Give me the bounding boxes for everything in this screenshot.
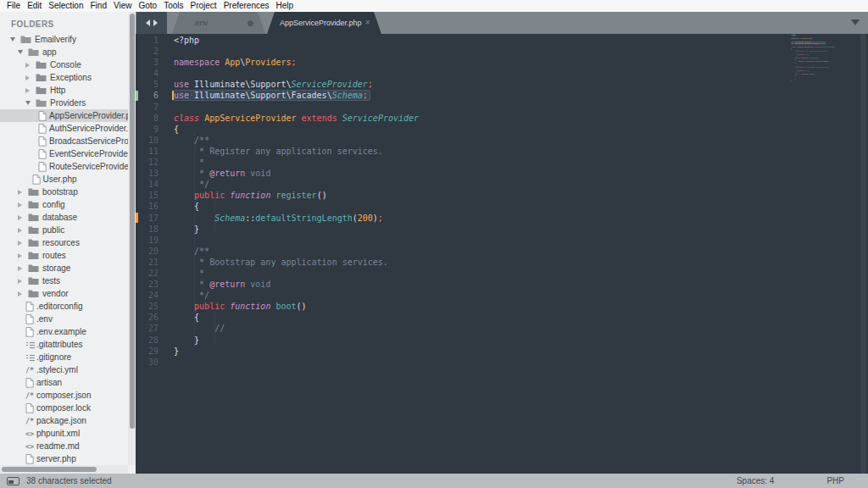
- expand-arrow-icon[interactable]: [18, 291, 22, 297]
- code-line[interactable]: 12 *: [136, 157, 868, 168]
- tree-folder-bootstrap[interactable]: bootstrap: [0, 186, 136, 198]
- expand-arrow-icon[interactable]: [18, 228, 22, 233]
- expand-arrow-icon[interactable]: [18, 279, 22, 284]
- minimap[interactable]: <?phpnamespace App\Providers;use Illumin…: [788, 35, 868, 103]
- tree-folder-exceptions[interactable]: Exceptions: [0, 71, 136, 84]
- line-number[interactable]: 6: [136, 90, 159, 101]
- line-number[interactable]: 10: [136, 135, 159, 146]
- expand-arrow-icon[interactable]: [25, 75, 30, 80]
- line-number[interactable]: 24: [136, 290, 159, 301]
- line-number[interactable]: 30: [136, 357, 159, 368]
- collapse-arrow-icon[interactable]: [25, 101, 31, 105]
- tree-file-authserviceprovider-php[interactable]: AuthServiceProvider.php: [0, 122, 136, 135]
- line-number[interactable]: 14: [136, 179, 159, 190]
- code-line[interactable]: 21 * Bootstrap any application services.: [136, 257, 868, 268]
- code-line[interactable]: 9{: [136, 124, 868, 135]
- indent-setting[interactable]: Spaces: 4: [737, 476, 774, 485]
- code-line[interactable]: 6use·Illuminate\Support\Facades\Schema;: [136, 90, 868, 101]
- line-number[interactable]: 1: [136, 35, 159, 46]
- expand-arrow-icon[interactable]: [18, 241, 22, 246]
- line-number[interactable]: 2: [136, 46, 159, 57]
- line-number[interactable]: 16: [136, 201, 159, 212]
- sidebar-vertical-scrollbar[interactable]: [128, 12, 136, 465]
- tree-file-appserviceprovider-php[interactable]: AppServiceProvider.php: [0, 109, 136, 122]
- code-line[interactable]: 8class AppServiceProvider extends Servic…: [136, 113, 868, 124]
- tree-file-broadcastserviceprovider-php[interactable]: BroadcastServiceProvider.php: [0, 135, 136, 147]
- menu-item-find[interactable]: Find: [87, 0, 110, 12]
- sidebar-horizontal-scrollbar[interactable]: [0, 465, 128, 474]
- line-number[interactable]: 15: [136, 190, 159, 201]
- line-number[interactable]: 7: [136, 102, 159, 113]
- code-line[interactable]: 15 public function register(): [136, 190, 868, 201]
- line-number[interactable]: 18: [136, 224, 159, 235]
- line-number[interactable]: 27: [136, 323, 159, 334]
- tree-folder-vendor[interactable]: vendor: [0, 287, 136, 300]
- tree-folder-resources[interactable]: resources: [0, 236, 136, 249]
- menu-item-preferences[interactable]: Preferences: [220, 0, 273, 12]
- tab-appserviceprovider[interactable]: AppServiceProvider.php ×: [267, 12, 381, 34]
- tree-file-readme-md[interactable]: <>readme.md: [0, 440, 136, 452]
- code-line[interactable]: 28 }: [136, 335, 868, 346]
- tab-env[interactable]: .env: [172, 12, 265, 34]
- code-line[interactable]: 30: [136, 357, 868, 368]
- code-line[interactable]: 29}: [136, 346, 868, 357]
- tree-file-user-php[interactable]: User.php: [0, 173, 136, 186]
- tree-file-routeserviceprovider-php[interactable]: RouteServiceProvider.php: [0, 160, 136, 173]
- tree-folder-providers[interactable]: Providers: [0, 97, 136, 109]
- line-number[interactable]: 5: [136, 79, 159, 90]
- menu-item-file[interactable]: File: [0, 0, 24, 12]
- panel-toggle-icon[interactable]: [7, 477, 19, 485]
- close-tab-icon[interactable]: ×: [365, 17, 370, 27]
- tree-folder-tests[interactable]: tests: [0, 274, 136, 287]
- code-line[interactable]: 1<?php: [136, 35, 868, 46]
- code-line[interactable]: 16 {: [136, 201, 868, 212]
- menu-item-tools[interactable]: Tools: [160, 0, 186, 12]
- tree-folder-http[interactable]: Http: [0, 84, 136, 97]
- line-number[interactable]: 26: [136, 312, 159, 323]
- tree-folder-console[interactable]: Console: [0, 58, 136, 71]
- expand-arrow-icon[interactable]: [25, 63, 30, 68]
- code-line[interactable]: 20 /**: [136, 246, 868, 257]
- menu-item-selection[interactable]: Selection: [45, 0, 86, 12]
- line-number[interactable]: 20: [136, 246, 159, 257]
- menu-item-goto[interactable]: Goto: [135, 0, 160, 12]
- editor-vertical-scrollbar[interactable]: [860, 34, 866, 474]
- code-line[interactable]: 13 * @return void: [136, 168, 868, 179]
- tree-folder-emailverify[interactable]: Emailverify: [0, 33, 136, 46]
- collapse-arrow-icon[interactable]: [18, 50, 23, 54]
- line-number[interactable]: 28: [136, 335, 159, 346]
- line-number[interactable]: 13: [136, 168, 159, 179]
- menu-item-edit[interactable]: Edit: [24, 0, 45, 12]
- code-line[interactable]: 4: [136, 68, 868, 79]
- line-number[interactable]: 23: [136, 279, 159, 290]
- expand-arrow-icon[interactable]: [18, 215, 22, 220]
- expand-arrow-icon[interactable]: [18, 202, 22, 208]
- code-line[interactable]: 24 */: [136, 290, 868, 301]
- tree-file--gitattributes[interactable]: .gitattributes: [0, 338, 136, 351]
- line-number[interactable]: 21: [136, 257, 159, 268]
- code-line[interactable]: 22 *: [136, 268, 868, 279]
- tree-folder-routes[interactable]: routes: [0, 249, 136, 262]
- tree-folder-app[interactable]: app: [0, 46, 136, 58]
- tab-list-dropdown-icon[interactable]: [851, 19, 860, 25]
- editor[interactable]: 1<?php23namespace App\Providers;45use Il…: [136, 34, 868, 474]
- code-line[interactable]: 2: [136, 46, 868, 57]
- tree-file--styleci-yml[interactable]: /*.styleci.yml: [0, 363, 136, 376]
- code-line[interactable]: 23 * @return void: [136, 279, 868, 290]
- line-number[interactable]: 12: [136, 157, 159, 168]
- syntax-setting[interactable]: PHP: [826, 476, 844, 485]
- line-number[interactable]: 8: [136, 113, 159, 124]
- line-number[interactable]: 4: [136, 68, 159, 79]
- tree-file-eventserviceprovider-php[interactable]: EventServiceProvider.php: [0, 147, 136, 160]
- tree-file-composer-json[interactable]: /*composer.json: [0, 389, 136, 402]
- tree-file-phpunit-xml[interactable]: <>phpunit.xml: [0, 427, 136, 440]
- tree-file-server-php[interactable]: server.php: [0, 452, 136, 465]
- tree-folder-database[interactable]: database: [0, 211, 136, 224]
- tree-file-package-json[interactable]: /*package.json: [0, 414, 136, 427]
- code-line[interactable]: 17 Schema::defaultStringLength(200);: [136, 213, 868, 224]
- forward-arrow-icon[interactable]: [153, 19, 158, 26]
- line-number[interactable]: 19: [136, 235, 159, 246]
- expand-arrow-icon[interactable]: [18, 266, 22, 271]
- line-number[interactable]: 29: [136, 346, 159, 357]
- tree-file--env-example[interactable]: .env.example: [0, 325, 136, 338]
